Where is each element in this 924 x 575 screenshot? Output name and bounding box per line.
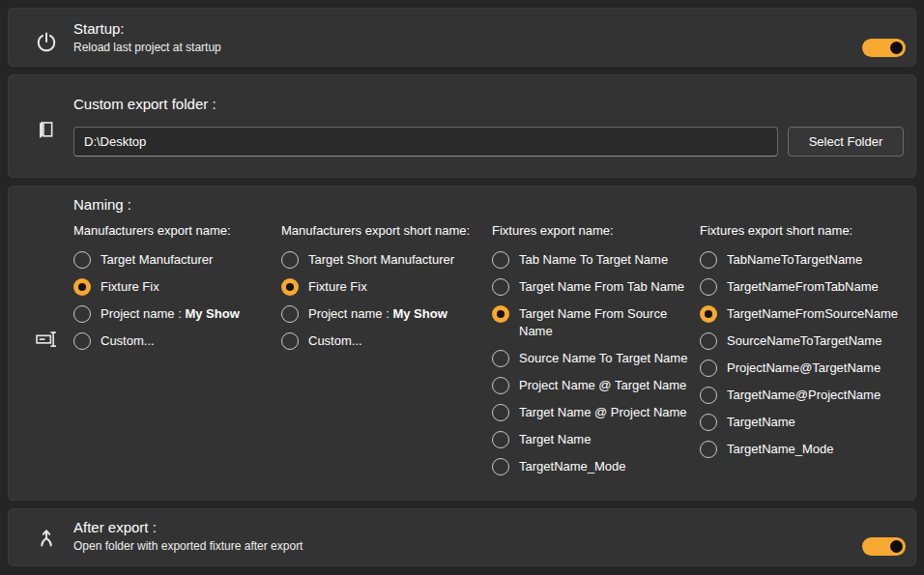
toggle-knob xyxy=(890,540,903,553)
radio-button[interactable] xyxy=(492,404,509,421)
naming-group-header: Fixtures export short name: xyxy=(700,222,911,239)
export-folder-title: Custom export folder : xyxy=(73,96,217,112)
radio-option-label: TabNameToTargetName xyxy=(727,251,862,269)
radio-option[interactable]: TargetName_Mode xyxy=(700,441,911,458)
radio-option-label: Tab Name To Target Name xyxy=(519,251,668,269)
radio-option[interactable]: Source Name To Target Name xyxy=(492,350,700,367)
radio-button-selected[interactable] xyxy=(73,278,91,296)
radio-button[interactable] xyxy=(492,350,509,367)
rename-text-cursor-icon xyxy=(34,327,59,352)
radio-option-label: TargetName_Mode xyxy=(519,458,626,475)
radio-option[interactable]: Custom... xyxy=(73,332,281,350)
radio-button[interactable] xyxy=(73,251,91,269)
startup-section: Startup: Reload last project at startup xyxy=(8,8,916,67)
radio-button-selected[interactable] xyxy=(492,305,509,323)
radio-option[interactable]: Target Name xyxy=(492,431,700,448)
radio-option[interactable]: Fixture Fix xyxy=(73,278,281,296)
startup-toggle[interactable] xyxy=(862,39,906,57)
naming-group-2: Manufacturers export short name:Target S… xyxy=(281,222,492,475)
radio-button-selected[interactable] xyxy=(700,305,717,323)
radio-option[interactable]: Target Name From Source Name xyxy=(492,305,700,340)
radio-option[interactable]: TargetName@ProjectName xyxy=(700,387,911,404)
radio-option[interactable]: ProjectName@TargetName xyxy=(700,359,911,377)
radio-option[interactable]: Project Name @ Target Name xyxy=(492,377,700,394)
radio-option-label: SourceNameToTargetName xyxy=(727,332,881,350)
radio-option[interactable]: TargetNameFromSourceName xyxy=(700,305,911,323)
startup-title: Startup: xyxy=(73,20,221,37)
radio-option-label: Custom... xyxy=(308,332,362,350)
radio-button[interactable] xyxy=(700,441,717,458)
radio-option[interactable]: SourceNameToTargetName xyxy=(700,332,911,350)
naming-group-header: Manufacturers export name: xyxy=(73,222,281,239)
startup-subtitle: Reload last project at startup xyxy=(73,41,221,54)
radio-option[interactable]: TabNameToTargetName xyxy=(700,251,911,269)
radio-button[interactable] xyxy=(281,251,299,269)
export-path-input[interactable] xyxy=(73,127,778,157)
radio-list: Target Short ManufacturerFixture FixProj… xyxy=(281,251,492,350)
radio-option[interactable]: Project name : My Show xyxy=(281,305,492,323)
after-export-toggle[interactable] xyxy=(862,537,906,556)
radio-button[interactable] xyxy=(492,458,509,475)
radio-button[interactable] xyxy=(700,251,717,269)
naming-group-3: Fixtures export name:Tab Name To Target … xyxy=(492,222,700,475)
naming-group-header: Manufacturers export short name: xyxy=(281,222,492,239)
radio-button[interactable] xyxy=(700,359,717,377)
radio-option[interactable]: Target Short Manufacturer xyxy=(281,251,492,269)
toggle-knob xyxy=(890,42,903,54)
radio-option-label: Project name : My Show xyxy=(101,305,240,323)
radio-button[interactable] xyxy=(73,305,91,323)
naming-title: Naming : xyxy=(73,196,131,213)
radio-option[interactable]: TargetName xyxy=(700,414,911,431)
radio-option-label: Source Name To Target Name xyxy=(519,350,687,367)
radio-button[interactable] xyxy=(73,332,91,350)
radio-button-selected[interactable] xyxy=(281,278,299,296)
radio-option-label: Target Name From Tab Name xyxy=(519,278,684,296)
radio-button[interactable] xyxy=(492,377,509,394)
after-export-section: After export : Open folder with exported… xyxy=(8,508,916,566)
radio-button[interactable] xyxy=(700,332,717,350)
folder-row: Select Folder xyxy=(73,127,904,157)
power-icon xyxy=(34,30,59,55)
radio-button[interactable] xyxy=(281,305,299,323)
radio-option[interactable]: Custom... xyxy=(281,332,492,350)
open-door-icon xyxy=(34,117,59,142)
radio-option[interactable]: Target Name @ Project Name xyxy=(492,404,700,421)
radio-option-label: TargetName xyxy=(727,414,795,431)
after-export-subtitle: Open folder with exported fixture after … xyxy=(73,539,303,553)
radio-button[interactable] xyxy=(281,332,299,350)
radio-button[interactable] xyxy=(700,414,717,431)
radio-button[interactable] xyxy=(492,278,509,296)
settings-page: Startup: Reload last project at startup … xyxy=(0,0,924,575)
radio-button[interactable] xyxy=(700,387,717,404)
radio-button[interactable] xyxy=(700,278,717,296)
radio-option[interactable]: Fixture Fix xyxy=(281,278,492,296)
startup-text: Startup: Reload last project at startup xyxy=(73,20,221,54)
radio-button[interactable] xyxy=(492,431,509,448)
merge-arrows-icon xyxy=(34,526,59,551)
radio-option-label: Project Name @ Target Name xyxy=(519,377,686,394)
radio-list: Tab Name To Target NameTarget Name From … xyxy=(492,251,700,475)
naming-group-1: Manufacturers export name:Target Manufac… xyxy=(73,222,281,475)
naming-group-header: Fixtures export name: xyxy=(492,222,700,239)
select-folder-button[interactable]: Select Folder xyxy=(788,127,904,157)
radio-option[interactable]: Target Manufacturer xyxy=(73,251,281,269)
radio-option-label: Target Manufacturer xyxy=(101,251,213,269)
radio-option-label: Target Short Manufacturer xyxy=(308,251,454,269)
radio-list: Target ManufacturerFixture FixProject na… xyxy=(73,251,281,350)
radio-option[interactable]: TargetNameFromTabName xyxy=(700,278,911,296)
after-export-title: After export : xyxy=(73,519,303,535)
radio-option-label: Target Name @ Project Name xyxy=(519,404,687,421)
radio-option[interactable]: TargetName_Mode xyxy=(492,458,700,475)
after-export-text: After export : Open folder with exported… xyxy=(73,519,303,553)
radio-option-label: TargetName_Mode xyxy=(727,441,834,458)
radio-option[interactable]: Tab Name To Target Name xyxy=(492,251,700,269)
radio-option-label: Project name : My Show xyxy=(308,305,448,323)
radio-option-label: TargetNameFromSourceName xyxy=(727,305,898,323)
naming-group-4: Fixtures export short name:TabNameToTarg… xyxy=(700,222,911,475)
radio-option-label: TargetNameFromTabName xyxy=(727,278,879,296)
radio-option[interactable]: Project name : My Show xyxy=(73,305,281,323)
radio-option-label: ProjectName@TargetName xyxy=(727,359,881,377)
radio-option-label: Fixture Fix xyxy=(101,278,159,296)
radio-option[interactable]: Target Name From Tab Name xyxy=(492,278,700,296)
radio-button[interactable] xyxy=(492,251,509,269)
